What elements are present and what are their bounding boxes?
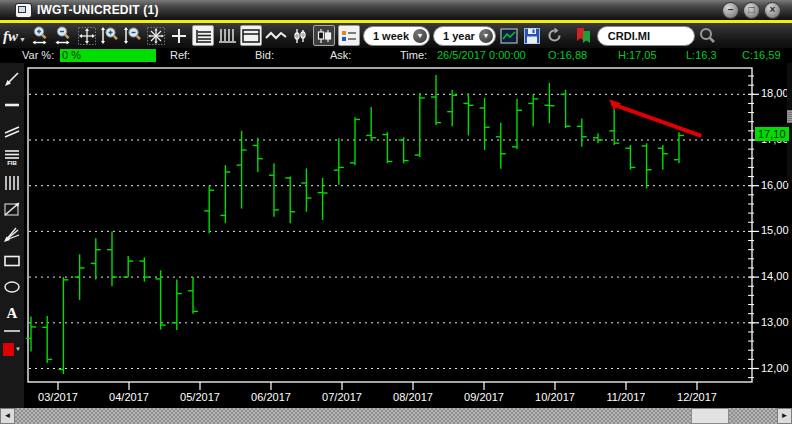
chevron-down-icon[interactable]: ▼ [479, 29, 493, 43]
symbol-value: CRDI.MI [608, 30, 650, 42]
quote-bar: Var %: 0 % Ref: Bid: Ask: Time: 26/5/201… [0, 48, 792, 63]
title-bar: IWGT-UNICREDIT (1) – □ × [0, 0, 792, 20]
grid-vertical-button[interactable] [217, 25, 237, 46]
zoom-in-vertical-icon [100, 25, 119, 46]
time-value: 26/5/2017 0:00:00 [437, 49, 526, 61]
range-select[interactable]: 1 year ▼ [433, 26, 496, 46]
themes-button[interactable] [574, 25, 594, 46]
search-button[interactable] [698, 25, 718, 46]
open-value: O:16,88 [548, 49, 587, 61]
parallel-channel-tool[interactable] [2, 121, 22, 141]
range-value: 1 year [443, 30, 475, 42]
candlestick-chart-button[interactable] [313, 25, 335, 46]
maximize-button[interactable]: □ [744, 3, 759, 18]
crosshair-icon [170, 27, 188, 45]
grid-horizontal-icon [193, 28, 213, 44]
scroll-left-button[interactable]: ◄ [0, 408, 15, 424]
trend-arrow-icon [3, 70, 21, 88]
refresh-button[interactable] [545, 25, 565, 46]
zoom-in-horizontal-icon [31, 25, 50, 46]
color-swatch-tool[interactable]: ▼ [2, 339, 22, 359]
x-tick-label: 12/2017 [671, 391, 723, 403]
pan-arrows-button[interactable] [77, 25, 97, 46]
x-tick-label: 04/2017 [103, 391, 155, 403]
x-tick-label: 06/2017 [245, 391, 297, 403]
window-title: IWGT-UNICREDIT (1) [37, 3, 723, 17]
y-tick-label: 14,00 [761, 270, 789, 282]
var-value-badge: 0 % [60, 49, 156, 62]
parallel-channel-icon [3, 124, 21, 138]
chart-region: 18,0017,0016,0015,0014,0013,0012,00 03/2… [24, 63, 792, 408]
panel-layout-button[interactable] [240, 25, 262, 46]
fit-all-icon [146, 26, 166, 46]
zoom-out-vertical-icon [123, 25, 142, 46]
fw-menu-button[interactable]: fw ▼ [3, 25, 26, 46]
app-icon [16, 4, 31, 17]
horizontal-line-icon [3, 100, 21, 110]
fib-label: FIB [7, 161, 17, 165]
save-icon [523, 27, 541, 45]
rectangle-icon [3, 254, 21, 268]
x-tick-label: 07/2017 [316, 391, 368, 403]
legend-button[interactable] [338, 25, 360, 46]
y-tick-label: 16,00 [761, 179, 789, 191]
candlestick-chart-icon [315, 28, 333, 44]
x-tick-label: 11/2017 [600, 391, 652, 403]
fan-lines-tool[interactable] [2, 225, 22, 245]
indicator-window-button[interactable] [499, 25, 519, 46]
symbol-input[interactable]: CRDI.MI [597, 26, 695, 46]
last-price-label: 17,10 [755, 127, 789, 141]
legend-icon [340, 28, 358, 44]
fan-lines-icon [3, 227, 21, 243]
trend-box-tool[interactable] [2, 199, 22, 219]
zoom-out-horizontal-button[interactable] [54, 25, 74, 46]
y-tick-label: 12,00 [761, 362, 789, 374]
period-select[interactable]: 1 week ▼ [363, 26, 430, 46]
x-tick-label: 05/2017 [174, 391, 226, 403]
grid-horizontal-button[interactable] [192, 25, 214, 46]
y-tick-label: 18,00 [761, 87, 789, 99]
minimize-button[interactable]: – [723, 3, 738, 18]
price-chart[interactable] [24, 63, 792, 408]
fw-logo: fw [3, 27, 18, 45]
line-chart-button[interactable] [265, 25, 287, 46]
fit-all-button[interactable] [146, 25, 166, 46]
ellipse-tool[interactable] [2, 277, 22, 297]
search-icon [698, 26, 717, 45]
rectangle-tool[interactable] [2, 251, 22, 271]
zoom-in-horizontal-button[interactable] [31, 25, 51, 46]
chevron-down-icon[interactable]: ▼ [413, 29, 427, 43]
y-tick-label: 15,00 [761, 224, 789, 236]
ohlc-chart-button[interactable] [290, 25, 310, 46]
trend-box-icon [3, 201, 21, 217]
horizontal-line-tool[interactable] [2, 95, 22, 115]
x-tick-label: 08/2017 [387, 391, 439, 403]
toolbar: fw ▼ [0, 23, 792, 48]
zoom-in-vertical-button[interactable] [100, 25, 120, 46]
scroll-right-button[interactable]: ► [777, 408, 792, 424]
vertical-scrollbar[interactable] [787, 63, 792, 183]
scrollbar-track[interactable] [15, 408, 777, 424]
drawing-tool-sidebar: FIB [0, 63, 24, 408]
ref-label: Ref: [170, 49, 190, 61]
x-tick-label: 03/2017 [32, 391, 84, 403]
save-button[interactable] [522, 25, 542, 46]
crosshair-button[interactable] [169, 25, 189, 46]
grid-vertical-icon [217, 28, 237, 44]
time-label: Time: [400, 49, 427, 61]
trend-arrow-tool[interactable] [2, 69, 22, 89]
ohlc-chart-icon [292, 27, 308, 45]
ellipse-icon [3, 280, 21, 294]
var-label: Var %: [22, 49, 54, 61]
refresh-icon [545, 26, 564, 45]
vertical-scrollbar-thumb[interactable] [787, 110, 792, 123]
bid-label: Bid: [255, 49, 274, 61]
fibonacci-tool[interactable]: FIB [2, 147, 22, 167]
close-button[interactable]: × [765, 3, 780, 18]
scrollbar-thumb[interactable] [691, 408, 729, 424]
vertical-lines-tool[interactable] [2, 173, 22, 193]
zoom-out-vertical-button[interactable] [123, 25, 143, 46]
sidebar-divider [2, 329, 22, 333]
pan-arrows-icon [77, 26, 97, 46]
text-tool[interactable]: A [2, 303, 22, 323]
